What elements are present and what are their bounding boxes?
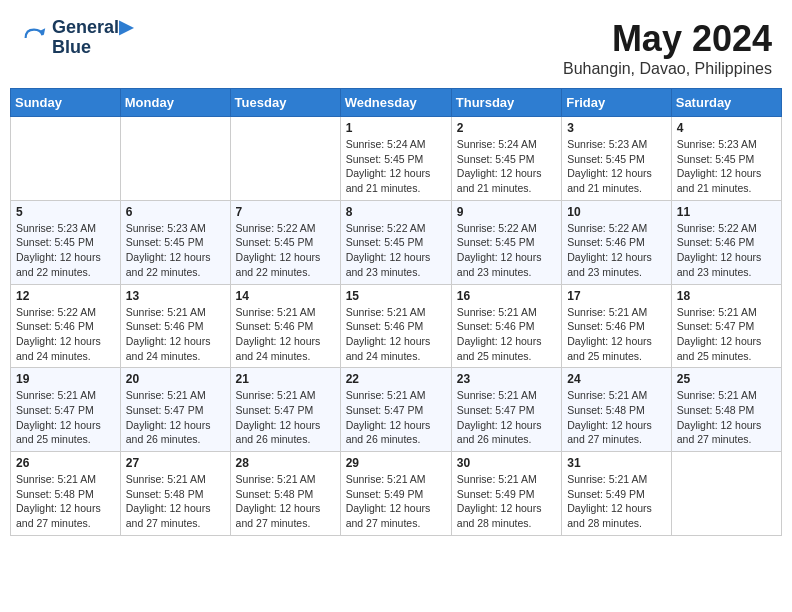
day-info: Sunrise: 5:21 AM Sunset: 5:46 PM Dayligh… [346, 305, 446, 364]
day-number: 5 [16, 205, 115, 219]
calendar-body: 1Sunrise: 5:24 AM Sunset: 5:45 PM Daylig… [11, 117, 782, 536]
day-number: 30 [457, 456, 556, 470]
day-info: Sunrise: 5:21 AM Sunset: 5:49 PM Dayligh… [346, 472, 446, 531]
calendar-cell: 23Sunrise: 5:21 AM Sunset: 5:47 PM Dayli… [451, 368, 561, 452]
day-info: Sunrise: 5:23 AM Sunset: 5:45 PM Dayligh… [567, 137, 666, 196]
calendar-header-row: SundayMondayTuesdayWednesdayThursdayFrid… [11, 89, 782, 117]
location-title: Buhangin, Davao, Philippines [563, 60, 772, 78]
calendar-cell: 3Sunrise: 5:23 AM Sunset: 5:45 PM Daylig… [562, 117, 672, 201]
calendar-cell: 14Sunrise: 5:21 AM Sunset: 5:46 PM Dayli… [230, 284, 340, 368]
calendar-cell: 11Sunrise: 5:22 AM Sunset: 5:46 PM Dayli… [671, 200, 781, 284]
day-info: Sunrise: 5:22 AM Sunset: 5:45 PM Dayligh… [236, 221, 335, 280]
calendar-cell: 31Sunrise: 5:21 AM Sunset: 5:49 PM Dayli… [562, 452, 672, 536]
day-number: 18 [677, 289, 776, 303]
day-number: 14 [236, 289, 335, 303]
calendar-cell: 30Sunrise: 5:21 AM Sunset: 5:49 PM Dayli… [451, 452, 561, 536]
calendar-cell [230, 117, 340, 201]
calendar-week-4: 19Sunrise: 5:21 AM Sunset: 5:47 PM Dayli… [11, 368, 782, 452]
day-info: Sunrise: 5:23 AM Sunset: 5:45 PM Dayligh… [677, 137, 776, 196]
calendar-cell: 24Sunrise: 5:21 AM Sunset: 5:48 PM Dayli… [562, 368, 672, 452]
day-info: Sunrise: 5:21 AM Sunset: 5:47 PM Dayligh… [457, 388, 556, 447]
page-header: General▶ Blue May 2024 Buhangin, Davao, … [10, 10, 782, 82]
day-info: Sunrise: 5:21 AM Sunset: 5:48 PM Dayligh… [677, 388, 776, 447]
day-number: 1 [346, 121, 446, 135]
calendar-cell: 18Sunrise: 5:21 AM Sunset: 5:47 PM Dayli… [671, 284, 781, 368]
calendar-cell: 28Sunrise: 5:21 AM Sunset: 5:48 PM Dayli… [230, 452, 340, 536]
day-info: Sunrise: 5:21 AM Sunset: 5:48 PM Dayligh… [236, 472, 335, 531]
title-block: May 2024 Buhangin, Davao, Philippines [563, 18, 772, 78]
calendar-cell: 9Sunrise: 5:22 AM Sunset: 5:45 PM Daylig… [451, 200, 561, 284]
day-number: 8 [346, 205, 446, 219]
calendar-cell: 13Sunrise: 5:21 AM Sunset: 5:46 PM Dayli… [120, 284, 230, 368]
day-number: 6 [126, 205, 225, 219]
month-title: May 2024 [563, 18, 772, 60]
calendar-cell: 22Sunrise: 5:21 AM Sunset: 5:47 PM Dayli… [340, 368, 451, 452]
calendar-cell [671, 452, 781, 536]
calendar-cell: 27Sunrise: 5:21 AM Sunset: 5:48 PM Dayli… [120, 452, 230, 536]
day-number: 25 [677, 372, 776, 386]
day-info: Sunrise: 5:21 AM Sunset: 5:49 PM Dayligh… [457, 472, 556, 531]
day-info: Sunrise: 5:21 AM Sunset: 5:48 PM Dayligh… [16, 472, 115, 531]
day-number: 10 [567, 205, 666, 219]
calendar-cell: 2Sunrise: 5:24 AM Sunset: 5:45 PM Daylig… [451, 117, 561, 201]
weekday-header-thursday: Thursday [451, 89, 561, 117]
day-number: 7 [236, 205, 335, 219]
calendar-cell: 25Sunrise: 5:21 AM Sunset: 5:48 PM Dayli… [671, 368, 781, 452]
calendar-cell: 7Sunrise: 5:22 AM Sunset: 5:45 PM Daylig… [230, 200, 340, 284]
calendar-cell: 20Sunrise: 5:21 AM Sunset: 5:47 PM Dayli… [120, 368, 230, 452]
calendar-cell: 26Sunrise: 5:21 AM Sunset: 5:48 PM Dayli… [11, 452, 121, 536]
day-number: 15 [346, 289, 446, 303]
day-number: 3 [567, 121, 666, 135]
calendar-week-1: 1Sunrise: 5:24 AM Sunset: 5:45 PM Daylig… [11, 117, 782, 201]
calendar-week-3: 12Sunrise: 5:22 AM Sunset: 5:46 PM Dayli… [11, 284, 782, 368]
calendar-cell: 12Sunrise: 5:22 AM Sunset: 5:46 PM Dayli… [11, 284, 121, 368]
calendar-cell: 1Sunrise: 5:24 AM Sunset: 5:45 PM Daylig… [340, 117, 451, 201]
day-info: Sunrise: 5:22 AM Sunset: 5:45 PM Dayligh… [346, 221, 446, 280]
day-number: 23 [457, 372, 556, 386]
day-number: 27 [126, 456, 225, 470]
day-number: 2 [457, 121, 556, 135]
day-number: 11 [677, 205, 776, 219]
day-number: 16 [457, 289, 556, 303]
day-info: Sunrise: 5:24 AM Sunset: 5:45 PM Dayligh… [457, 137, 556, 196]
calendar-table: SundayMondayTuesdayWednesdayThursdayFrid… [10, 88, 782, 536]
day-info: Sunrise: 5:21 AM Sunset: 5:47 PM Dayligh… [236, 388, 335, 447]
day-info: Sunrise: 5:24 AM Sunset: 5:45 PM Dayligh… [346, 137, 446, 196]
weekday-header-monday: Monday [120, 89, 230, 117]
logo-text: General▶ Blue [52, 18, 133, 58]
calendar-cell: 29Sunrise: 5:21 AM Sunset: 5:49 PM Dayli… [340, 452, 451, 536]
calendar-cell [11, 117, 121, 201]
calendar-cell: 8Sunrise: 5:22 AM Sunset: 5:45 PM Daylig… [340, 200, 451, 284]
day-info: Sunrise: 5:22 AM Sunset: 5:46 PM Dayligh… [16, 305, 115, 364]
day-info: Sunrise: 5:23 AM Sunset: 5:45 PM Dayligh… [16, 221, 115, 280]
day-info: Sunrise: 5:21 AM Sunset: 5:46 PM Dayligh… [567, 305, 666, 364]
day-info: Sunrise: 5:21 AM Sunset: 5:47 PM Dayligh… [16, 388, 115, 447]
day-number: 9 [457, 205, 556, 219]
calendar-week-5: 26Sunrise: 5:21 AM Sunset: 5:48 PM Dayli… [11, 452, 782, 536]
day-info: Sunrise: 5:21 AM Sunset: 5:47 PM Dayligh… [346, 388, 446, 447]
day-info: Sunrise: 5:21 AM Sunset: 5:47 PM Dayligh… [126, 388, 225, 447]
calendar-cell: 6Sunrise: 5:23 AM Sunset: 5:45 PM Daylig… [120, 200, 230, 284]
calendar-cell: 10Sunrise: 5:22 AM Sunset: 5:46 PM Dayli… [562, 200, 672, 284]
day-number: 21 [236, 372, 335, 386]
day-info: Sunrise: 5:22 AM Sunset: 5:46 PM Dayligh… [567, 221, 666, 280]
day-number: 24 [567, 372, 666, 386]
calendar-cell [120, 117, 230, 201]
day-info: Sunrise: 5:23 AM Sunset: 5:45 PM Dayligh… [126, 221, 225, 280]
calendar-cell: 4Sunrise: 5:23 AM Sunset: 5:45 PM Daylig… [671, 117, 781, 201]
day-info: Sunrise: 5:22 AM Sunset: 5:46 PM Dayligh… [677, 221, 776, 280]
calendar-week-2: 5Sunrise: 5:23 AM Sunset: 5:45 PM Daylig… [11, 200, 782, 284]
calendar-cell: 17Sunrise: 5:21 AM Sunset: 5:46 PM Dayli… [562, 284, 672, 368]
weekday-header-saturday: Saturday [671, 89, 781, 117]
weekday-header-tuesday: Tuesday [230, 89, 340, 117]
day-info: Sunrise: 5:21 AM Sunset: 5:48 PM Dayligh… [126, 472, 225, 531]
day-number: 17 [567, 289, 666, 303]
day-number: 22 [346, 372, 446, 386]
logo-icon [20, 24, 48, 52]
day-info: Sunrise: 5:21 AM Sunset: 5:46 PM Dayligh… [457, 305, 556, 364]
weekday-header-sunday: Sunday [11, 89, 121, 117]
day-number: 29 [346, 456, 446, 470]
day-number: 31 [567, 456, 666, 470]
logo: General▶ Blue [20, 18, 133, 58]
weekday-header-wednesday: Wednesday [340, 89, 451, 117]
